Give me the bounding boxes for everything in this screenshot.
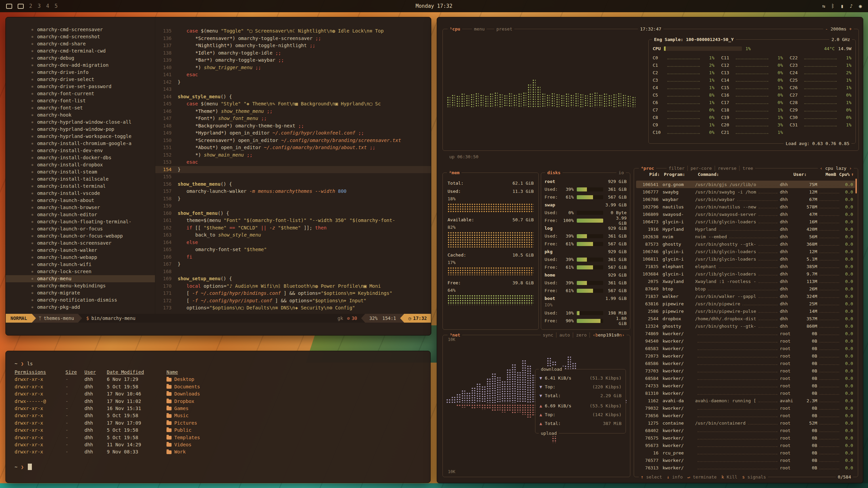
code-line[interactable]: 163back_to show_style_menu: [155, 231, 431, 239]
net-iface-prev[interactable]: ‹b: [593, 332, 598, 338]
filetree-item[interactable]: ∗omarchy-launch-webapp: [6, 254, 155, 261]
process-row[interactable]: 2075XwaylandXwayland :1 -rootless -dhh11…: [636, 278, 855, 285]
code-line[interactable]: 141esac: [155, 71, 431, 79]
code-line[interactable]: 156show_theme_menu() {: [155, 181, 431, 188]
process-scrollbar[interactable]: [855, 179, 857, 194]
process-box-title[interactable]: ⁴proc: [639, 165, 656, 171]
filetree-item[interactable]: ∗omarchy-install-vscode: [6, 190, 155, 197]
process-row[interactable]: 1162avahi-daavahi-daemon: running [avahi…: [636, 397, 855, 404]
filetree-item[interactable]: ∗omarchy-menu: [6, 275, 155, 282]
ls-row[interactable]: drwxr-xr-x-dhh5 Oct 19:58Documents: [15, 383, 421, 390]
ls-row[interactable]: drwxr-xr-x-dhh17 Nov 17:09Pictures: [15, 420, 421, 427]
process-row[interactable]: 68586kworker/root0B0.0: [636, 360, 855, 367]
filetree-item[interactable]: ∗omarchy-install-tailscale: [6, 176, 155, 183]
proc-action-info[interactable]: ↓ info: [667, 474, 683, 480]
proc-action-terminate[interactable]: ↵ terminate: [688, 474, 717, 480]
filetree-item[interactable]: ∗omarchy-launch-or-focus: [6, 225, 155, 232]
code-area[interactable]: 135case $(menu "Toggle" "▢ Screensaver\n…: [155, 17, 431, 314]
process-row[interactable]: 87573ghostty/usr/bin/ghostty --gtk-dhh36…: [636, 240, 855, 248]
process-row[interactable]: 94540kworker/root0B0.0: [636, 337, 855, 345]
power-icon[interactable]: ◉: [859, 3, 862, 9]
process-row[interactable]: 71837walker/usr/bin/walker --gappldhh324…: [636, 292, 855, 300]
process-row[interactable]: 102796nautilus/usr/bin/nautilus --newdhh…: [636, 203, 855, 210]
proc-menu-filter[interactable]: filter: [669, 165, 685, 171]
process-row[interactable]: 68583kworker/root0B0.0: [636, 345, 855, 352]
ls-row[interactable]: drwxr-xr-x-dhh11 Nov 14:29Videos: [15, 441, 421, 448]
code-line[interactable]: 151*About*) open_in_editor ~/.config/oma…: [155, 144, 431, 151]
code-line[interactable]: 146*Theme*) show_theme_menu ;;: [155, 108, 431, 115]
ls-row[interactable]: drwxr-xr-x-dhh5 Oct 19:58Templates: [15, 434, 421, 441]
code-line[interactable]: 169show_setup_menu() {: [155, 275, 431, 283]
code-line[interactable]: 135case $(menu "Toggle" "▢ Screensaver\n…: [155, 27, 431, 35]
code-line[interactable]: 142}: [155, 79, 431, 86]
process-row[interactable]: 68402kworker/root0B0.0: [636, 427, 855, 434]
filetree-item[interactable]: ∗omarchy-launch-browser: [6, 204, 155, 211]
code-line[interactable]: 173options="$options\n▢ Defaults\n≋ DNS\…: [155, 304, 431, 312]
process-row[interactable]: 12324ghostty/usr/bin/ghostty --gtk-dhh86…: [636, 322, 855, 330]
proc-action-select[interactable]: ↑ select: [641, 474, 662, 480]
filetree-item[interactable]: ∗omarchy-launch-editor: [6, 211, 155, 218]
filetree-item[interactable]: ∗omarchy-install-chromium-google-a: [6, 140, 155, 147]
code-line[interactable]: 145case $(menu "Style" "❖ Theme\n✎ Font\…: [155, 100, 431, 108]
process-row[interactable]: 102638nvimnvim --embeddhh56M0.0: [636, 233, 855, 240]
code-line[interactable]: 148*Background*) omarchy-theme-bg-next ;…: [155, 122, 431, 130]
process-row[interactable]: 72073kworker/root0B0.0: [636, 352, 855, 360]
code-line[interactable]: 150*Screensaver*) open_in_editor ~/.conf…: [155, 137, 431, 144]
code-line[interactable]: 161theme=$(menu "Font" "$(omarchy-font-l…: [155, 217, 431, 224]
process-row[interactable]: 76577kworker/root0B0.0: [636, 456, 855, 464]
code-line[interactable]: 155: [155, 173, 431, 181]
code-line[interactable]: 154}: [155, 166, 431, 174]
filetree-item[interactable]: ∗omarchy-drive-select: [6, 76, 155, 83]
process-row[interactable]: 1275containe/usr/bin/containerdroot52M0.…: [636, 419, 855, 427]
filetree-item[interactable]: ∗omarchy-debug: [6, 55, 155, 62]
filetree-item[interactable]: ∗omarchy-hook: [6, 111, 155, 119]
filetree-item[interactable]: ∗omarchy-launch-walker: [6, 247, 155, 254]
net-menu-auto[interactable]: auto: [559, 332, 570, 338]
filetree-item[interactable]: ∗omarchy-menu-keybindings: [6, 282, 155, 289]
process-row[interactable]: 73656kworker/root0B0.0: [636, 412, 855, 419]
process-row[interactable]: 63816pipewire/usr/bin/pipewiredhh25M0.0: [636, 300, 855, 307]
btop-window[interactable]: ¹cpu menu preset 17:32:47 - 2000ms + Eng…: [437, 17, 863, 483]
app-window-icon[interactable]: [18, 4, 24, 9]
filetree-item[interactable]: ∗omarchy-launch-wifi: [6, 261, 155, 268]
process-row[interactable]: 81310kworker/root0B0.0: [636, 389, 855, 397]
filetree-item[interactable]: ∗omarchy-drive-info: [6, 69, 155, 76]
filetree-item[interactable]: ∗omarchy-lock-screen: [6, 268, 155, 275]
net-menu-sync[interactable]: sync: [543, 332, 553, 338]
process-row[interactable]: 106746glycin-i/usr/lib/glycin-loadersdhh…: [636, 248, 855, 255]
filetree-item[interactable]: ∗omarchy-install-dropbox: [6, 161, 155, 168]
process-row[interactable]: 74869kworker/root0B0.0: [636, 330, 855, 337]
process-row[interactable]: 73703kworker/root0B0.0: [636, 367, 855, 374]
process-row[interactable]: 2586pipewire/usr/bin/pipewire-pulsedhh14…: [636, 307, 855, 315]
proc-action-signals[interactable]: s signals: [742, 474, 766, 480]
ls-row[interactable]: drwxr-xr-x-dhh6 Nov 17:29Desktop: [15, 376, 421, 383]
ls-row[interactable]: drwx------@-dhh17 Nov 11:02Dropbox: [15, 398, 421, 405]
process-row[interactable]: 106811glycin-i/usr/lib/glycin-loadersdhh…: [636, 255, 855, 263]
terminal-window[interactable]: ~ ❯ ls PermissionsSizeUserDate ModifiedN…: [5, 351, 431, 483]
volume-icon[interactable]: ♪: [850, 3, 853, 9]
code-line[interactable]: 171[ -f ~/.config/hypr/bindings.conf ] &…: [155, 290, 431, 297]
process-row[interactable]: 87649btopbtopdhh26M0.0: [636, 285, 855, 292]
btop-preset-button[interactable]: preset: [494, 26, 514, 32]
filetree-item[interactable]: ∗omarchy-font-current: [6, 90, 155, 97]
code-line[interactable]: 159: [155, 202, 431, 210]
filetree-item[interactable]: ∗omarchy-drive-set-password: [6, 83, 155, 90]
process-row[interactable]: 106541org.gnom/usr/bin/gjs /usr/lib/odhh…: [636, 181, 855, 188]
file-tree[interactable]: ∗omarchy-cmd-screensaver∗omarchy-cmd-scr…: [6, 17, 155, 314]
process-row[interactable]: 1916HyprlandHyprlanddhh420M0.0: [636, 225, 855, 233]
ls-row[interactable]: drwxr-xr-x-dhh16 Nov 15:31Games: [15, 405, 421, 412]
editor-window[interactable]: ∗omarchy-cmd-screensaver∗omarchy-cmd-scr…: [5, 17, 431, 336]
app-window-icon[interactable]: [6, 4, 12, 9]
active-prompt[interactable]: ~ ❯: [15, 463, 421, 471]
code-line[interactable]: 170local options="♪ Audio\n≋ Wifi\nᛒ Blu…: [155, 283, 431, 290]
process-row[interactable]: 79032kworker/root0B0.0: [636, 404, 855, 412]
code-line[interactable]: 138*Idle*) omarchy-toggle-idle ;;: [155, 49, 431, 57]
filetree-item[interactable]: ∗omarchy-install-terminal: [6, 183, 155, 190]
memory-box-title[interactable]: ²mem: [447, 170, 461, 176]
process-row[interactable]: 106777swaybg/usr/bin/swaybg -i /homdhh12…: [636, 188, 855, 196]
proc-menu-reverse[interactable]: reverse: [718, 165, 736, 171]
filetree-item[interactable]: ∗omarchy-cmd-screensaver: [6, 26, 155, 33]
net-menu-zero[interactable]: zero: [576, 332, 587, 338]
filetree-item[interactable]: ∗omarchy-font-list: [6, 97, 155, 104]
code-line[interactable]: 139*Bar*) omarchy-toggle-waybar ;;: [155, 57, 431, 64]
